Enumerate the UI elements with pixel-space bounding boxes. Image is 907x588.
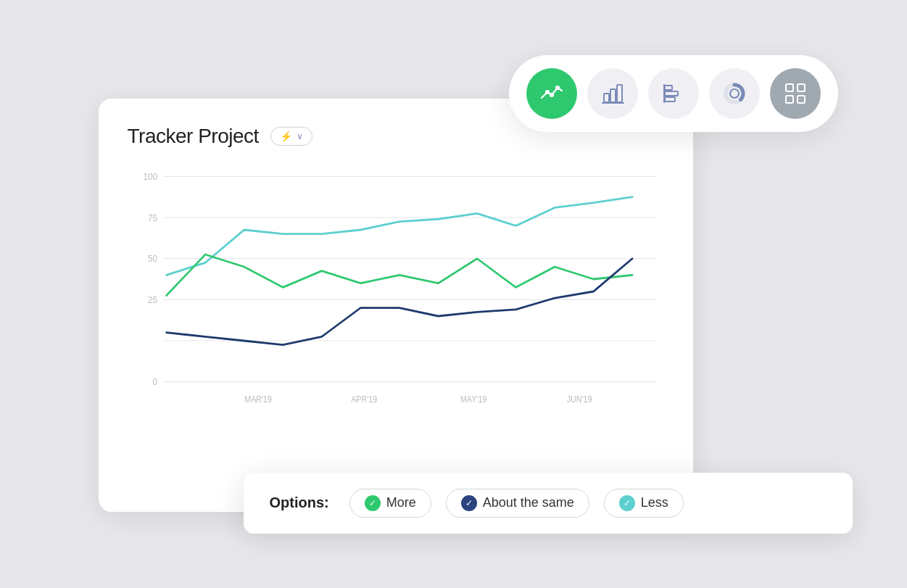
check-icon-more: ✓ [365,495,381,511]
svg-rect-16 [798,84,805,91]
options-label: Options: [270,494,329,511]
svg-rect-4 [610,89,616,102]
navy-series [166,258,632,344]
option-label-more: More [386,495,416,510]
toolbar-btn-donut[interactable] [709,68,760,119]
svg-rect-5 [617,85,622,102]
toolbar-btn-line[interactable] [526,68,577,119]
svg-text:MAR'19: MAR'19 [244,394,272,404]
svg-text:50: 50 [147,253,157,264]
toolbar-btn-grid[interactable] [770,68,821,119]
lightning-icon: ⚡ [280,131,292,142]
option-label-about-same: About the same [483,495,574,510]
green-series [166,254,632,296]
toolbar-btn-hbar[interactable] [648,68,699,119]
svg-text:MAY'19: MAY'19 [460,394,486,404]
option-label-less: Less [641,495,668,510]
svg-point-14 [730,89,739,98]
svg-point-0 [546,91,549,94]
toolbar-btn-bar[interactable] [587,68,638,119]
svg-text:JUN'19: JUN'19 [566,394,592,404]
option-pill-about-same[interactable]: ✓ About the same [446,489,589,518]
svg-text:APR'19: APR'19 [351,394,377,404]
svg-text:25: 25 [147,294,157,305]
svg-point-1 [550,94,553,96]
svg-text:0: 0 [152,376,157,387]
svg-point-2 [556,86,559,89]
svg-rect-17 [786,96,793,103]
chevron-down-icon: ∨ [297,131,303,141]
svg-text:75: 75 [147,212,157,223]
card-title: Tracker Project [128,125,259,148]
check-icon-about-same: ✓ [461,495,477,511]
scene: Tracker Project ⚡ ∨ 100 75 50 25 0 [99,55,809,534]
svg-rect-7 [665,86,672,90]
main-card: Tracker Project ⚡ ∨ 100 75 50 25 0 [99,99,693,512]
svg-rect-18 [798,96,805,103]
title-badge[interactable]: ⚡ ∨ [270,127,312,146]
option-pill-less[interactable]: ✓ Less [604,489,684,518]
icon-toolbar [509,55,838,132]
svg-rect-3 [604,94,609,102]
check-icon-less: ✓ [619,495,635,511]
svg-rect-9 [665,97,675,102]
svg-rect-15 [786,84,793,91]
svg-rect-8 [665,91,678,96]
line-chart: 100 75 50 25 0 MAR'19 APR'19 MAY'19 JUN'… [128,168,664,415]
options-card: Options: ✓ More ✓ About the same ✓ Less [244,473,853,534]
svg-text:100: 100 [143,171,157,182]
option-pill-more[interactable]: ✓ More [349,489,431,518]
chart-area: 100 75 50 25 0 MAR'19 APR'19 MAY'19 JUN'… [128,168,664,415]
